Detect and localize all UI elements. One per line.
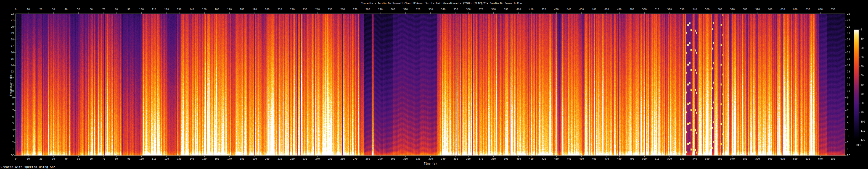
x-tick-label-top: 290 <box>378 8 383 11</box>
x-tick-label-top: 550 <box>705 8 710 11</box>
y-tick-label-left: 4 <box>0 128 14 131</box>
x-tick-label-bottom: 450 <box>579 158 584 160</box>
x-tick-label-top: 390 <box>504 8 508 11</box>
x-tick-mark <box>493 12 494 13</box>
y-tick-mark <box>845 20 846 21</box>
y-tick-mark <box>845 78 846 78</box>
y-tick-mark <box>845 52 846 53</box>
x-tick-label-bottom: 420 <box>542 158 546 160</box>
x-tick-label-top: 170 <box>227 8 231 11</box>
x-tick-label-bottom: 650 <box>831 158 835 160</box>
y-tick-mark <box>845 123 846 123</box>
x-tick-label-top: 370 <box>479 8 483 11</box>
x-tick-label-bottom: 230 <box>303 158 307 160</box>
x-axis-title: Time (s) <box>16 162 845 165</box>
x-tick-mark <box>129 156 129 157</box>
y-tick-mark <box>14 72 16 72</box>
x-tick-mark <box>280 12 280 13</box>
x-tick-mark <box>556 156 557 157</box>
y-tick-mark <box>14 156 16 156</box>
spectrogram-plot <box>16 14 845 156</box>
x-tick-label-top: 430 <box>554 8 559 11</box>
x-tick-mark <box>456 12 456 13</box>
x-tick-mark <box>16 156 16 157</box>
x-tick-label-top: 90 <box>127 8 130 11</box>
x-tick-label-top: 520 <box>667 8 672 11</box>
y-tick-mark <box>845 72 846 72</box>
x-tick-label-bottom: 130 <box>177 158 181 160</box>
x-tick-label-bottom: 170 <box>227 158 231 160</box>
y-tick-label-left: 11 <box>0 83 14 86</box>
spectrogram-canvas <box>16 14 845 156</box>
y-tick-label-left: 5 <box>0 122 14 125</box>
x-tick-label-top: 70 <box>102 8 105 11</box>
x-tick-label-top: 220 <box>290 8 294 11</box>
y-tick-label-right: 8 <box>847 103 848 105</box>
x-tick-mark <box>707 156 707 157</box>
y-tick-label-right: 22 <box>847 12 850 15</box>
x-tick-label-bottom: 590 <box>755 158 760 160</box>
y-tick-label-left: DC <box>0 154 14 157</box>
x-tick-label-bottom: 560 <box>717 158 722 160</box>
y-tick-mark <box>845 130 846 130</box>
x-tick-label-bottom: 460 <box>592 158 596 160</box>
y-tick-mark <box>14 85 16 85</box>
x-tick-label-top: 30 <box>52 8 55 11</box>
x-tick-mark <box>544 12 544 13</box>
x-tick-mark <box>79 156 79 157</box>
x-tick-mark <box>242 12 242 13</box>
x-tick-mark <box>91 156 91 157</box>
y-tick-mark <box>845 46 846 46</box>
x-tick-mark <box>242 156 242 157</box>
x-tick-mark <box>820 156 820 157</box>
x-tick-label-bottom: 600 <box>768 158 772 160</box>
x-tick-label-top: 460 <box>592 8 596 11</box>
x-tick-label-bottom: 50 <box>77 158 80 160</box>
x-tick-mark <box>254 12 255 13</box>
x-tick-label-top: 140 <box>189 8 194 11</box>
x-tick-mark <box>292 156 292 157</box>
x-tick-mark <box>783 156 783 157</box>
x-tick-label-bottom: 300 <box>391 158 395 160</box>
x-tick-label-top: 440 <box>567 8 571 11</box>
x-tick-label-top: 610 <box>780 8 785 11</box>
y-tick-label-left: 22 <box>0 12 14 15</box>
x-tick-label-top: 510 <box>655 8 659 11</box>
y-tick-label-left: 10 <box>0 90 14 92</box>
colorbar-tick-label: -60 <box>859 84 864 86</box>
x-tick-label-top: 20 <box>39 8 42 11</box>
x-tick-mark <box>217 12 217 13</box>
credit-text: Created with spectro using SoX <box>1 165 56 169</box>
page-title: Tourette - Jardin Du Sommeil Chant D'Amo… <box>16 2 868 5</box>
x-tick-label-top: 480 <box>617 8 621 11</box>
x-tick-mark <box>229 156 230 157</box>
y-tick-mark <box>14 149 16 149</box>
x-tick-mark <box>519 12 519 13</box>
x-tick-mark <box>757 12 758 13</box>
y-tick-mark <box>14 123 16 123</box>
x-tick-mark <box>757 156 758 157</box>
x-tick-mark <box>405 156 406 157</box>
x-tick-mark <box>732 12 733 13</box>
y-tick-mark <box>14 39 16 40</box>
x-tick-label-top: 240 <box>315 8 320 11</box>
y-tick-label-right: 18 <box>847 38 850 41</box>
x-tick-mark <box>317 156 318 157</box>
x-tick-mark <box>657 12 657 13</box>
x-tick-mark <box>682 156 682 157</box>
y-tick-mark <box>14 59 16 59</box>
x-tick-label-top: 40 <box>65 8 68 11</box>
x-tick-label-bottom: 580 <box>743 158 747 160</box>
x-tick-mark <box>657 156 657 157</box>
x-tick-mark <box>594 156 594 157</box>
y-tick-label-left: 18 <box>0 38 14 41</box>
x-tick-mark <box>79 12 79 13</box>
x-tick-label-bottom: 110 <box>152 158 156 160</box>
x-tick-label-top: 250 <box>328 8 332 11</box>
x-tick-label-top: 190 <box>252 8 257 11</box>
x-tick-mark <box>330 12 330 13</box>
x-tick-label-bottom: 310 <box>403 158 408 160</box>
x-tick-mark <box>103 156 104 157</box>
x-tick-mark <box>456 156 456 157</box>
x-tick-label-top: 260 <box>340 8 345 11</box>
